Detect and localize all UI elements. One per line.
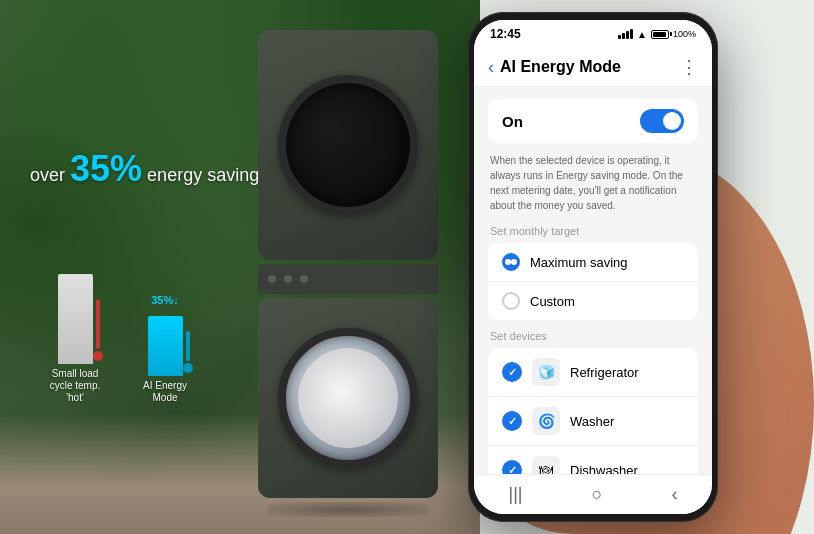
svg-point-3 bbox=[183, 363, 193, 373]
energy-percent: 35% bbox=[70, 148, 142, 189]
radio-maximum-circle bbox=[502, 253, 520, 271]
check-dishwasher: ✓ bbox=[502, 460, 522, 474]
refrigerator-icon: 🧊 bbox=[532, 358, 560, 386]
phone-screen: 12:45 ▲ 100% ‹ AI Energy Mode bbox=[474, 20, 712, 514]
device-item-washer[interactable]: ✓ 🌀 Washer bbox=[488, 397, 698, 446]
device-name-dishwasher: Dishwasher bbox=[570, 463, 638, 475]
clothes-tumble bbox=[298, 348, 398, 448]
bar-hot-wrap bbox=[58, 274, 93, 364]
bar-energy-value: 35%↓ bbox=[151, 294, 179, 306]
description-text: When the selected device is operating, i… bbox=[488, 153, 698, 213]
devices-section-label: Set devices bbox=[488, 330, 698, 342]
bar-hot bbox=[58, 274, 93, 364]
toggle-switch[interactable] bbox=[640, 109, 684, 133]
device-list: ✓ 🧊 Refrigerator ✓ 🌀 Washer ✓ � bbox=[488, 348, 698, 474]
washer-door bbox=[278, 328, 418, 468]
wifi-icon: ▲ bbox=[637, 29, 647, 40]
more-button[interactable]: ⋮ bbox=[680, 56, 698, 78]
app-content: On When the selected device is operating… bbox=[474, 87, 712, 474]
check-mark-dishwasher: ✓ bbox=[508, 464, 517, 475]
battery-icon bbox=[651, 30, 669, 39]
toggle-label: On bbox=[502, 113, 523, 130]
status-time: 12:45 bbox=[490, 27, 521, 41]
device-name-refrigerator: Refrigerator bbox=[570, 365, 639, 380]
control-dot-1 bbox=[268, 275, 276, 283]
svg-rect-2 bbox=[186, 331, 190, 361]
check-mark-washer: ✓ bbox=[508, 415, 517, 428]
washer-icon: 🌀 bbox=[532, 407, 560, 435]
device-item-dishwasher[interactable]: ✓ 🍽 Dishwasher bbox=[488, 446, 698, 474]
energy-suffix: energy saving bbox=[147, 165, 259, 185]
radio-maximum-label: Maximum saving bbox=[530, 255, 628, 270]
control-dot-3 bbox=[300, 275, 308, 283]
bar-group-hot: Small load cycle temp. 'hot' bbox=[40, 274, 110, 404]
control-dot-2 bbox=[284, 275, 292, 283]
appliance-washer bbox=[258, 298, 438, 498]
bar-energy-wrap: 35%↓ bbox=[148, 316, 183, 376]
battery-fill bbox=[653, 32, 666, 37]
device-name-washer: Washer bbox=[570, 414, 614, 429]
check-washer: ✓ bbox=[502, 411, 522, 431]
appliance-dryer bbox=[258, 30, 438, 260]
bar-hot-label: Small load cycle temp. 'hot' bbox=[40, 368, 110, 404]
phone: 12:45 ▲ 100% ‹ AI Energy Mode bbox=[468, 12, 718, 522]
check-refrigerator: ✓ bbox=[502, 362, 522, 382]
radio-custom-label: Custom bbox=[530, 294, 575, 309]
radio-maximum[interactable]: Maximum saving bbox=[488, 243, 698, 282]
svg-point-1 bbox=[93, 351, 103, 361]
signal-icon bbox=[618, 29, 633, 39]
appliance-shadow bbox=[268, 502, 428, 517]
status-icons: ▲ 100% bbox=[618, 29, 696, 40]
app-header: ‹ AI Energy Mode ⋮ bbox=[474, 48, 712, 87]
monthly-section-label: Set monthly target bbox=[488, 225, 698, 237]
nav-menu-button[interactable]: ||| bbox=[493, 478, 539, 511]
check-mark: ✓ bbox=[508, 366, 517, 379]
appliance-controls bbox=[258, 264, 438, 294]
battery-percent: 100% bbox=[673, 29, 696, 39]
energy-prefix: over bbox=[30, 165, 65, 185]
device-item-refrigerator[interactable]: ✓ 🧊 Refrigerator bbox=[488, 348, 698, 397]
radio-custom-circle bbox=[502, 292, 520, 310]
appliance-stack bbox=[248, 30, 448, 500]
radio-maximum-dot bbox=[505, 259, 511, 265]
svg-rect-0 bbox=[96, 299, 100, 349]
app-title: AI Energy Mode bbox=[500, 58, 621, 76]
bar-energy: 35%↓ bbox=[148, 316, 183, 376]
dishwasher-icon: 🍽 bbox=[532, 456, 560, 474]
bar-chart: Small load cycle temp. 'hot' 35%↓ AI Ene… bbox=[40, 274, 200, 404]
status-bar: 12:45 ▲ 100% bbox=[474, 20, 712, 48]
bar-group-energy: 35%↓ AI Energy Mode bbox=[130, 316, 200, 404]
radio-custom[interactable]: Custom bbox=[488, 282, 698, 320]
radio-group: Maximum saving Custom bbox=[488, 243, 698, 320]
nav-back-button[interactable]: ‹ bbox=[655, 478, 693, 511]
dryer-door bbox=[278, 75, 418, 215]
nav-home-button[interactable]: ○ bbox=[576, 478, 619, 511]
toggle-row: On bbox=[488, 99, 698, 143]
bar-energy-label: AI Energy Mode bbox=[130, 380, 200, 404]
nav-bar: ||| ○ ‹ bbox=[474, 474, 712, 514]
app-header-left: ‹ AI Energy Mode bbox=[488, 57, 621, 78]
back-button[interactable]: ‹ bbox=[488, 57, 494, 78]
